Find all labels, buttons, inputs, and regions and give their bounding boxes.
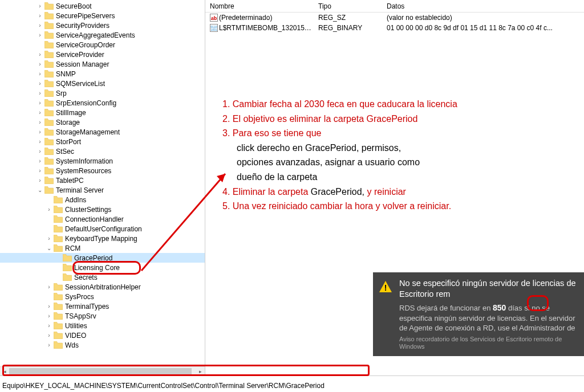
tree-item[interactable]: ›StSec: [0, 146, 205, 156]
tree-item[interactable]: ›SystemResources: [0, 166, 205, 175]
expand-closed-icon[interactable]: ›: [36, 129, 43, 135]
expand-closed-icon[interactable]: ›: [36, 100, 43, 106]
svg-text:ab: ab: [211, 15, 217, 21]
folder-icon: [44, 109, 54, 116]
notification-body: RDS dejará de funcionar en 850 días si n…: [399, 303, 576, 333]
expand-closed-icon[interactable]: ›: [46, 235, 52, 242]
tree-item[interactable]: ›TabletPC: [0, 175, 205, 185]
tree-item[interactable]: ServiceGroupOrder: [0, 40, 205, 50]
tree-label: SystemResources: [55, 167, 112, 175]
tree-label: SecureBoot: [55, 2, 93, 10]
registry-tree-panel: ›SecureBoot›SecurePipeServers›SecurityPr…: [0, 0, 205, 375]
tree-item[interactable]: ›Session Manager: [0, 59, 205, 69]
expand-closed-icon[interactable]: ›: [46, 284, 52, 290]
folder-icon: [54, 283, 63, 291]
folder-icon: [54, 322, 63, 329]
tree-item[interactable]: ›Utilities: [0, 321, 205, 330]
expand-closed-icon[interactable]: ›: [36, 71, 43, 77]
expand-closed-icon[interactable]: ›: [36, 119, 43, 125]
col-name[interactable]: Nombre: [205, 1, 314, 11]
folder-icon: [44, 177, 54, 184]
tree-item[interactable]: ›SrpExtensionConfig: [0, 98, 205, 108]
tree-label: SNMP: [55, 70, 77, 78]
rds-notification[interactable]: ! No se especificó ningún servidor de li…: [373, 272, 584, 356]
expand-closed-icon[interactable]: ›: [46, 303, 52, 309]
expand-closed-icon[interactable]: ›: [46, 206, 52, 213]
tree-item[interactable]: ›ServiceAggregatedEvents: [0, 30, 205, 40]
tree-item[interactable]: ›StorageManagement: [0, 127, 205, 137]
expand-closed-icon[interactable]: ›: [36, 3, 43, 9]
tree-item[interactable]: ›Wds: [0, 340, 205, 350]
tree-item[interactable]: DefaultUserConfiguration: [0, 224, 205, 234]
tree-label: DefaultUserConfiguration: [64, 225, 143, 233]
expand-closed-icon[interactable]: ›: [36, 177, 43, 183]
expand-closed-icon[interactable]: ›: [36, 13, 43, 19]
tree-item[interactable]: ›SessionArbitrationHelper: [0, 282, 205, 292]
expand-closed-icon[interactable]: ›: [36, 109, 43, 116]
tree-item[interactable]: ›ServiceProvider: [0, 50, 205, 59]
tree-item[interactable]: ⌄Terminal Server: [0, 185, 205, 195]
tree-label: GracePeriod: [73, 254, 113, 262]
annotation-text: 1. Cambiar fecha al 2030 feca en que cad…: [222, 97, 578, 214]
folder-icon: [44, 138, 54, 145]
folder-icon: [54, 206, 63, 213]
tree-item[interactable]: ›SecurePipeServers: [0, 11, 205, 21]
expand-closed-icon[interactable]: ›: [36, 22, 43, 28]
folder-icon: [44, 80, 54, 87]
binary-value-icon: 01101001: [210, 24, 218, 32]
tree-item[interactable]: Secrets: [0, 272, 205, 282]
folder-icon: [44, 22, 54, 29]
expand-closed-icon[interactable]: ›: [36, 51, 43, 58]
value-row[interactable]: 01101001L$RTMTIMEBOMB_1320153D...REG_BIN…: [205, 23, 584, 33]
tree-item[interactable]: ›SecureBoot: [0, 1, 205, 11]
expand-closed-icon[interactable]: ›: [36, 138, 43, 145]
tree-item[interactable]: ›Storage: [0, 117, 205, 127]
value-row[interactable]: ab(Predeterminado)REG_SZ(valor no establ…: [205, 13, 584, 23]
tree-item[interactable]: ›SystemInformation: [0, 156, 205, 166]
folder-icon: [44, 2, 54, 10]
expand-closed-icon[interactable]: ›: [46, 332, 52, 338]
tree-item[interactable]: ›SNMP: [0, 69, 205, 79]
tree-item[interactable]: ›SQMServiceList: [0, 79, 205, 88]
folder-icon: [54, 244, 63, 252]
expand-closed-icon[interactable]: ›: [36, 32, 43, 38]
tree-item[interactable]: ConnectionHandler: [0, 214, 205, 224]
expand-closed-icon[interactable]: ›: [36, 80, 43, 87]
folder-icon: [44, 128, 54, 136]
tree-item[interactable]: ›TSAppSrv: [0, 311, 205, 321]
tree-item[interactable]: ›ClusterSettings: [0, 205, 205, 214]
folder-icon: [54, 293, 63, 300]
tree-item[interactable]: ›SecurityProviders: [0, 21, 205, 30]
folder-icon: [54, 196, 63, 203]
tree-item[interactable]: ›Srp: [0, 88, 205, 98]
col-type[interactable]: Tipo: [314, 1, 382, 11]
expand-closed-icon[interactable]: ›: [36, 90, 43, 96]
tree-item[interactable]: ›VIDEO: [0, 330, 205, 340]
tree-item[interactable]: ⌄RCM: [0, 243, 205, 253]
expand-closed-icon[interactable]: ›: [46, 342, 52, 348]
tree-item[interactable]: ›StorPort: [0, 137, 205, 146]
tree-item[interactable]: ›TerminalTypes: [0, 301, 205, 311]
tree-item[interactable]: ›StillImage: [0, 108, 205, 117]
expand-open-icon[interactable]: ⌄: [46, 245, 52, 251]
tree-item[interactable]: AddIns: [0, 195, 205, 205]
folder-icon: [44, 186, 54, 194]
expand-closed-icon[interactable]: ›: [36, 61, 43, 67]
expand-closed-icon[interactable]: ›: [36, 168, 43, 174]
tree-item[interactable]: GracePeriod: [0, 253, 205, 263]
tree-label: ConnectionHandler: [64, 215, 125, 223]
expand-closed-icon[interactable]: ›: [36, 148, 43, 154]
expand-closed-icon[interactable]: ›: [46, 322, 52, 329]
tree-item[interactable]: Licensing Core: [0, 263, 205, 272]
expand-closed-icon[interactable]: ›: [46, 313, 52, 319]
tree-item[interactable]: ›KeyboardType Mapping: [0, 234, 205, 243]
expand-open-icon[interactable]: ⌄: [36, 187, 43, 193]
tree-item[interactable]: SysProcs: [0, 292, 205, 301]
value-data: 01 00 00 00 d0 8c 9d df 01 15 d1 11 8c 7…: [384, 24, 584, 32]
expand-closed-icon[interactable]: ›: [36, 158, 43, 164]
tree-label: ServiceProvider: [55, 51, 106, 59]
tree-scrollbar[interactable]: ◂▸: [0, 366, 205, 375]
col-data[interactable]: Datos: [382, 1, 584, 11]
folder-icon: [44, 51, 54, 58]
tree-label: StSec: [55, 148, 75, 156]
